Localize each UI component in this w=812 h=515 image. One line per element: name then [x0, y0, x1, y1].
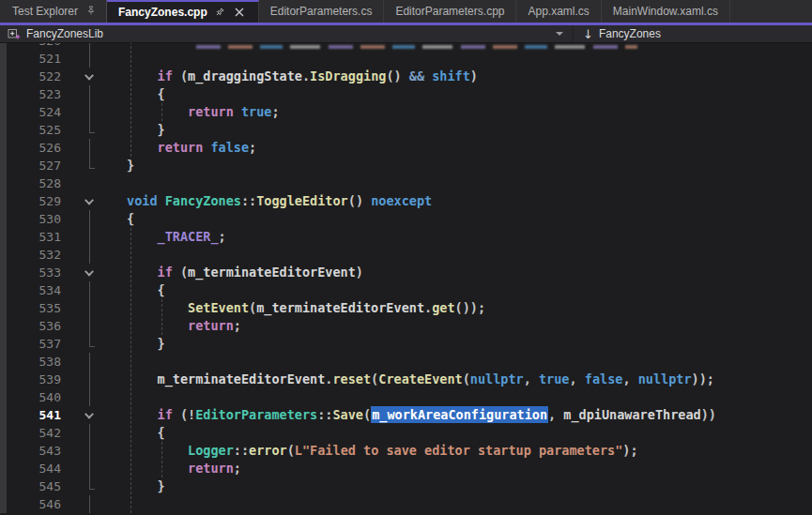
code-line[interactable]: 524 return true; [0, 103, 812, 121]
breakpoint-margin[interactable] [0, 353, 7, 371]
tab-app-xaml-cs[interactable]: App.xaml.cs [516, 0, 601, 23]
breakpoint-margin[interactable] [0, 103, 7, 121]
fold-line [89, 103, 90, 121]
breakpoint-margin[interactable] [0, 121, 7, 139]
code-line[interactable]: 522 if (m_draggingState.IsDragging() && … [0, 68, 812, 85]
breakpoint-margin[interactable] [0, 424, 7, 442]
code-text: { [106, 210, 812, 228]
code-line[interactable]: 527} [0, 157, 812, 174]
code-editor[interactable]: 520521522 if (m_draggingState.IsDragging… [0, 43, 812, 515]
code-token: m_terminateEditorEvent [256, 300, 424, 315]
code-token [127, 265, 158, 280]
breakpoint-margin[interactable] [0, 281, 7, 299]
breakpoint-margin[interactable] [0, 460, 7, 477]
fold-chevron-icon[interactable] [84, 266, 94, 276]
line-number: 526 [7, 139, 72, 157]
code-line[interactable]: 538 [0, 353, 812, 371]
fold-chevron-icon[interactable] [84, 70, 94, 80]
scope-dropdown[interactable]: ↓ FancyZones [574, 25, 812, 42]
breakpoint-margin[interactable] [0, 371, 7, 388]
breakpoint-margin[interactable] [0, 228, 7, 246]
code-line[interactable]: 530{ [0, 210, 812, 228]
code-token [127, 300, 188, 315]
code-token: get [432, 300, 454, 315]
line-number: 522 [7, 68, 72, 85]
breakpoint-margin[interactable] [0, 495, 7, 513]
tab-label: Test Explorer [12, 5, 78, 18]
fold-line [89, 353, 90, 371]
fold-margin [72, 210, 106, 228]
tab-mainwindow-xaml-cs[interactable]: MainWindow.xaml.cs [602, 0, 730, 23]
code-line[interactable]: 546 [0, 495, 812, 513]
code-line[interactable]: 540 [0, 388, 812, 406]
code-line[interactable]: 536 return; [0, 317, 812, 335]
breakpoint-margin[interactable] [0, 477, 7, 495]
breakpoint-margin[interactable] [0, 50, 7, 68]
breakpoint-margin[interactable] [0, 43, 7, 50]
breakpoint-margin[interactable] [0, 246, 7, 264]
code-line[interactable]: 529void FancyZones::ToggleEditor() noexc… [0, 192, 812, 210]
fold-margin [72, 103, 106, 121]
code-line[interactable]: 543 Logger::error(L"Failed to save edito… [0, 442, 812, 460]
pin-icon[interactable] [85, 5, 97, 19]
breakpoint-margin[interactable] [0, 210, 7, 228]
code-line[interactable]: 521 [0, 50, 812, 68]
pin-icon[interactable] [213, 6, 227, 20]
code-line[interactable]: 532 [0, 246, 812, 264]
code-token: nullptr [470, 371, 524, 386]
code-text: return true; [106, 103, 812, 121]
code-line[interactable]: 542 { [0, 424, 812, 442]
tab-editorparameters-cs[interactable]: EditorParameters.cs [259, 0, 385, 23]
fold-margin [72, 139, 106, 157]
code-line[interactable]: 531 _TRACER_; [0, 228, 812, 246]
selected-text: m_workAreaConfiguration [371, 406, 548, 423]
code-token [127, 407, 158, 422]
fold-margin [72, 477, 106, 495]
code-line[interactable]: 523 { [0, 85, 812, 103]
breakpoint-margin[interactable] [0, 85, 7, 103]
code-line[interactable]: 526 return false; [0, 139, 812, 157]
code-line[interactable]: 537 } [0, 335, 812, 353]
code-line[interactable]: 528 [0, 174, 812, 192]
breakpoint-margin[interactable] [0, 192, 7, 210]
breakpoint-margin[interactable] [0, 299, 7, 317]
code-token: SetEvent [188, 300, 249, 315]
code-line[interactable]: 541 if (!EditorParameters::Save(m_workAr… [0, 406, 812, 424]
code-token [127, 68, 158, 83]
code-line[interactable]: 533 if (m_terminateEditorEvent) [0, 264, 812, 281]
code-line[interactable]: 534 { [0, 281, 812, 299]
tab-label: EditorParameters.cs [270, 5, 373, 18]
code-token: , [569, 371, 584, 386]
breakpoint-margin[interactable] [0, 157, 7, 174]
code-line[interactable]: 535 SetEvent(m_terminateEditorEvent.get(… [0, 299, 812, 317]
code-line[interactable]: 544 return; [0, 460, 812, 477]
fold-line [89, 210, 90, 228]
fold-chevron-icon[interactable] [84, 409, 94, 418]
code-line[interactable]: 520 [0, 43, 812, 50]
breakpoint-margin[interactable] [0, 68, 7, 85]
code-line[interactable]: 525 } [0, 121, 812, 139]
tab-bar: Test Explorer FancyZones.cppEditorParame… [0, 0, 812, 23]
code-text [106, 353, 812, 371]
document-tabs: FancyZones.cppEditorParameters.csEditorP… [107, 0, 730, 23]
code-text: return false; [106, 139, 812, 157]
breakpoint-margin[interactable] [0, 406, 7, 424]
close-icon[interactable] [233, 6, 247, 20]
project-dropdown[interactable]: FancyZonesLib [0, 25, 573, 42]
tab-test-explorer[interactable]: Test Explorer [0, 0, 107, 23]
code-line[interactable]: 539 m_terminateEditorEvent.reset(CreateE… [0, 371, 812, 388]
breakpoint-margin[interactable] [0, 174, 7, 192]
breakpoint-margin[interactable] [0, 388, 7, 406]
fold-chevron-icon[interactable] [84, 195, 94, 204]
tab-editorparameters-cpp[interactable]: EditorParameters.cpp [384, 0, 516, 23]
tab-fancyzones-cpp[interactable]: FancyZones.cpp [107, 0, 259, 23]
breakpoint-margin[interactable] [0, 317, 7, 335]
breakpoint-margin[interactable] [0, 335, 7, 353]
code-token: ( [173, 265, 188, 280]
breakpoint-margin[interactable] [0, 139, 7, 157]
breakpoint-margin[interactable] [0, 264, 7, 281]
fold-margin [72, 371, 106, 388]
breakpoint-margin[interactable] [0, 442, 7, 460]
code-line[interactable]: 545 } [0, 477, 812, 495]
code-text: if (m_terminateEditorEvent) [106, 264, 812, 281]
